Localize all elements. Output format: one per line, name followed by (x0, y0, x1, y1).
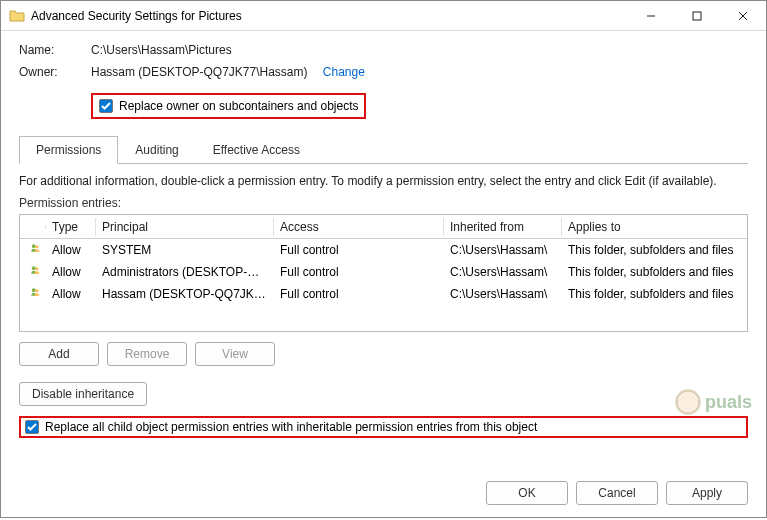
svg-point-9 (35, 289, 38, 292)
ok-button[interactable]: OK (486, 481, 568, 505)
user-icon (30, 286, 40, 302)
add-button[interactable]: Add (19, 342, 99, 366)
tab-auditing[interactable]: Auditing (118, 136, 195, 164)
name-label: Name: (19, 43, 91, 57)
col-access[interactable]: Access (274, 218, 444, 236)
cell-type: Allow (46, 285, 96, 303)
svg-point-7 (35, 267, 38, 270)
cell-inherited: C:\Users\Hassam\ (444, 285, 562, 303)
user-icon (30, 242, 40, 258)
titlebar: Advanced Security Settings for Pictures (1, 1, 766, 31)
owner-value: Hassam (DESKTOP-QQ7JK77\Hassam) (91, 65, 308, 79)
replace-owner-checkbox[interactable] (99, 99, 113, 113)
col-principal[interactable]: Principal (96, 218, 274, 236)
cell-type: Allow (46, 263, 96, 281)
cell-access: Full control (274, 241, 444, 259)
cell-type: Allow (46, 241, 96, 259)
cell-applies: This folder, subfolders and files (562, 241, 743, 259)
col-type[interactable]: Type (46, 218, 96, 236)
maximize-button[interactable] (674, 1, 720, 31)
close-button[interactable] (720, 1, 766, 31)
svg-point-4 (32, 244, 36, 248)
owner-label: Owner: (19, 65, 91, 79)
disable-inheritance-button[interactable]: Disable inheritance (19, 382, 147, 406)
cell-applies: This folder, subfolders and files (562, 285, 743, 303)
col-inherited[interactable]: Inherited from (444, 218, 562, 236)
view-button[interactable]: View (195, 342, 275, 366)
table-row[interactable]: AllowAdministrators (DESKTOP-QQ...Full c… (20, 261, 747, 283)
cell-inherited: C:\Users\Hassam\ (444, 263, 562, 281)
replace-child-label: Replace all child object permission entr… (45, 420, 537, 434)
name-value: C:\Users\Hassam\Pictures (91, 43, 748, 57)
replace-child-checkbox[interactable] (25, 420, 39, 434)
security-settings-window: Advanced Security Settings for Pictures … (0, 0, 767, 518)
svg-rect-1 (693, 12, 701, 20)
cell-inherited: C:\Users\Hassam\ (444, 241, 562, 259)
replace-owner-label: Replace owner on subcontainers and objec… (119, 99, 358, 113)
permission-table: Type Principal Access Inherited from App… (19, 214, 748, 332)
cell-access: Full control (274, 285, 444, 303)
tabs: Permissions Auditing Effective Access (19, 135, 748, 164)
svg-point-5 (35, 245, 38, 248)
tab-effective-access[interactable]: Effective Access (196, 136, 317, 164)
replace-child-row: Replace all child object permission entr… (19, 416, 748, 438)
mascot-icon (675, 389, 701, 415)
cell-principal: Administrators (DESKTOP-QQ... (96, 263, 274, 281)
cancel-button[interactable]: Cancel (576, 481, 658, 505)
cell-principal: SYSTEM (96, 241, 274, 259)
table-header: Type Principal Access Inherited from App… (20, 215, 747, 239)
table-row[interactable]: AllowHassam (DESKTOP-QQ7JK77\...Full con… (20, 283, 747, 305)
folder-icon (9, 8, 25, 24)
change-owner-link[interactable]: Change (323, 65, 365, 79)
minimize-button[interactable] (628, 1, 674, 31)
cell-applies: This folder, subfolders and files (562, 263, 743, 281)
cell-access: Full control (274, 263, 444, 281)
col-applies[interactable]: Applies to (562, 218, 743, 236)
info-text: For additional information, double-click… (19, 174, 748, 188)
entries-label: Permission entries: (19, 196, 748, 210)
replace-owner-row: Replace owner on subcontainers and objec… (91, 93, 366, 119)
table-row[interactable]: AllowSYSTEMFull controlC:\Users\Hassam\T… (20, 239, 747, 261)
tab-permissions[interactable]: Permissions (19, 136, 118, 164)
remove-button[interactable]: Remove (107, 342, 187, 366)
apply-button[interactable]: Apply (666, 481, 748, 505)
dialog-footer: OK Cancel Apply (1, 471, 766, 517)
svg-point-8 (32, 288, 36, 292)
window-title: Advanced Security Settings for Pictures (31, 9, 628, 23)
svg-point-6 (32, 266, 36, 270)
watermark: puals (675, 389, 752, 415)
user-icon (30, 264, 40, 280)
cell-principal: Hassam (DESKTOP-QQ7JK77\... (96, 285, 274, 303)
